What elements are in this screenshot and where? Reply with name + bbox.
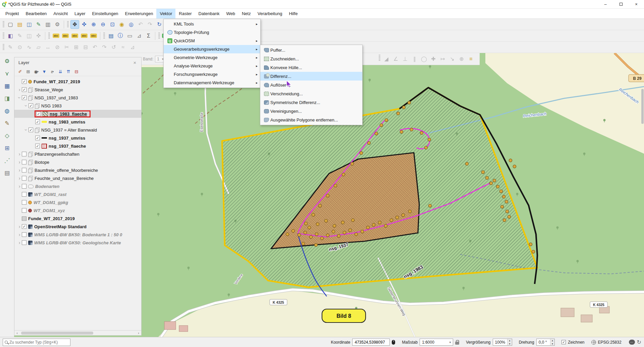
expander-icon[interactable]: › xyxy=(17,95,22,100)
scroll-track[interactable] xyxy=(20,331,136,335)
geoprocessing-item-union[interactable]: Vereinigungen... xyxy=(260,107,362,115)
layer-tree-row[interactable]: Funde_WT_2017_2019 xyxy=(14,214,141,222)
scroll-thumb[interactable] xyxy=(21,332,93,335)
minimize-button[interactable]: – xyxy=(598,0,613,9)
spin-up-icon[interactable]: ▲ xyxy=(507,339,512,342)
layer-checkbox[interactable] xyxy=(22,168,26,172)
spin-down-icon[interactable]: ▼ xyxy=(507,342,512,346)
vektor-menu-item[interactable]: QQuickOSM▸ xyxy=(164,37,260,45)
save-layer-edits-button[interactable]: ◫ xyxy=(25,32,34,40)
vector-tool-button[interactable]: ⋎ xyxy=(2,69,12,78)
layer-tree-row[interactable]: ›OpenStreetMap Standard xyxy=(14,222,141,231)
layer-tree-row[interactable]: ›Feuchte_und_nasse_Bereiche xyxy=(14,174,141,182)
vertex-tool-button[interactable]: ✜ xyxy=(34,32,43,40)
geoprocessing-item-hull[interactable]: Konvexe Hülle... xyxy=(260,63,362,72)
crs-globe-icon[interactable] xyxy=(591,340,596,345)
add-group-button[interactable]: ⊞ xyxy=(24,68,32,76)
layer-checkbox[interactable] xyxy=(35,136,40,140)
pan-to-selection-button[interactable]: ✜ xyxy=(80,20,89,29)
delete-selected-button[interactable]: ⊘ xyxy=(53,43,62,52)
dock-scrollbar-thumb[interactable] xyxy=(641,89,644,124)
expander-icon[interactable]: › xyxy=(23,128,29,132)
layer-tree-row[interactable]: ›Strasse_Wege xyxy=(14,86,141,94)
layer-tree-row[interactable]: ›NSG 1983 xyxy=(14,102,141,110)
geoprocessing-item-diff[interactable]: Differenz... xyxy=(260,72,362,81)
layer-checkbox[interactable] xyxy=(22,232,26,237)
menubar-item-netz[interactable]: Netz xyxy=(238,9,254,18)
geoprocessing-item-clip[interactable]: Zuschneiden... xyxy=(260,54,362,63)
geoprocessing-item-dissolve[interactable]: Auflösen... xyxy=(260,81,362,89)
layer-tree-row[interactable]: ›Biotope xyxy=(14,158,141,166)
label-move-button[interactable]: abc xyxy=(89,32,98,40)
trim-feature-button[interactable]: ⊿ xyxy=(128,43,137,52)
scale-combo[interactable]: 1:6000▾ xyxy=(420,339,453,346)
project-properties-button[interactable]: ⚙ xyxy=(53,20,62,29)
table-tool-button[interactable]: ▤ xyxy=(2,168,12,178)
vektor-menu-item[interactable]: Datenmanagement-Werkzeuge▸ xyxy=(164,79,260,87)
expander-icon[interactable]: › xyxy=(23,103,29,108)
current-edits-button[interactable]: ✎ xyxy=(6,43,15,52)
select-features-button[interactable]: ▭ xyxy=(125,32,134,40)
spin-down-icon[interactable]: ▼ xyxy=(550,342,554,346)
shape-tool-button[interactable]: ◇ xyxy=(2,131,12,140)
layer-tree-row[interactable]: WT_DGM1_gpkg xyxy=(14,198,141,206)
db-manager-button[interactable]: ▤ xyxy=(107,32,115,40)
layer-panel-hscrollbar[interactable]: ‹ › xyxy=(14,330,141,335)
statistics-button[interactable]: Σ xyxy=(144,32,153,40)
menubar-item-web[interactable]: Web xyxy=(223,9,238,18)
snapping-options-button[interactable]: ≡ xyxy=(467,55,475,63)
geoprocessing-item-intersect[interactable]: Verschneidung... xyxy=(260,89,362,98)
menubar-item-einstellungen[interactable]: Einstellungen xyxy=(89,9,122,18)
zoom-last-button[interactable]: ↶ xyxy=(136,20,145,29)
mouse-extent-icon[interactable] xyxy=(392,340,395,345)
vektor-menu-item[interactable]: Analyse-Werkzeuge▸ xyxy=(164,62,260,70)
zoom-in-button[interactable]: ⊕ xyxy=(89,20,98,29)
open-project-button[interactable]: ▤ xyxy=(15,20,24,29)
georeferencer-button[interactable]: ◍ xyxy=(2,106,12,115)
expand-all-button[interactable]: ⇊ xyxy=(57,68,64,76)
layer-panel-titlebar[interactable]: Layer × xyxy=(14,57,141,67)
spin-up-icon[interactable]: ▲ xyxy=(550,339,554,342)
adv-digitizing-8-button[interactable]: ↘ xyxy=(448,55,457,63)
collapse-all-button[interactable]: ⇈ xyxy=(65,68,72,76)
new-project-button[interactable]: ▢ xyxy=(6,20,15,29)
adv-digitizing-4-button[interactable]: ∥ xyxy=(410,55,419,63)
layer-checkbox[interactable] xyxy=(35,144,40,148)
geoprocessing-item-removesel[interactable]: Ausgewählte Polygone entfernen... xyxy=(260,115,362,124)
maximize-button[interactable] xyxy=(613,0,629,9)
map-refresh-button[interactable]: ↻ xyxy=(155,20,164,29)
layer-tree-row[interactable]: nsg_1983_umriss xyxy=(14,118,141,126)
vektor-menu-item[interactable]: KML Tools▸ xyxy=(164,20,260,28)
layer-checkbox[interactable] xyxy=(29,103,33,108)
layer-tree-row[interactable]: WT_DGM1_rast xyxy=(14,190,141,198)
layer-checkbox[interactable] xyxy=(22,208,26,213)
coordinate-input[interactable] xyxy=(352,339,390,346)
digitize-point-button[interactable]: ⊙ xyxy=(15,43,24,52)
style-manager-button[interactable]: ✎ xyxy=(34,20,43,29)
undo-button[interactable]: ↶ xyxy=(91,43,99,52)
expander-icon[interactable]: › xyxy=(17,151,22,157)
adv-digitizing-7-button[interactable]: ↦ xyxy=(438,55,447,63)
paste-features-button[interactable]: ⊟ xyxy=(81,43,90,52)
zoom-full-button[interactable]: ⊡ xyxy=(108,20,117,29)
adv-digitizing-5-button[interactable]: ◯ xyxy=(420,55,428,63)
layer-checkbox[interactable] xyxy=(35,119,40,124)
filter-expression-button[interactable]: ε▾ xyxy=(49,68,56,76)
geoprocessing-item-symdiff[interactable]: Symmetrische Differenz... xyxy=(260,98,362,107)
messages-icon[interactable]: ⋯ xyxy=(629,340,635,345)
layer-tree-row[interactable]: WT_DGM1_xyz xyxy=(14,206,141,214)
rotation-spinner[interactable]: 0,0 ° ▲▼ xyxy=(536,339,555,346)
measure-button[interactable]: ⊿ xyxy=(135,32,144,40)
digitize-polygon-button[interactable]: ▱ xyxy=(34,43,43,52)
layer-checkbox[interactable] xyxy=(22,184,26,189)
simplify-feature-button[interactable]: ≈ xyxy=(119,43,127,52)
model-designer-button[interactable]: ◨ xyxy=(2,94,12,103)
render-checkbox[interactable] xyxy=(561,340,566,344)
menubar-item-projekt[interactable]: Projekt xyxy=(2,9,22,18)
vektor-menu-item[interactable]: Geoverarbeitungswerkzeuge▸ xyxy=(164,45,260,53)
layer-checkbox[interactable] xyxy=(22,240,26,245)
lock-icon[interactable] xyxy=(455,342,459,345)
expander-icon[interactable]: › xyxy=(17,184,22,189)
scroll-left-icon[interactable]: ‹ xyxy=(14,331,20,335)
magnifier-spinner[interactable]: 100% ▲▼ xyxy=(493,339,512,346)
